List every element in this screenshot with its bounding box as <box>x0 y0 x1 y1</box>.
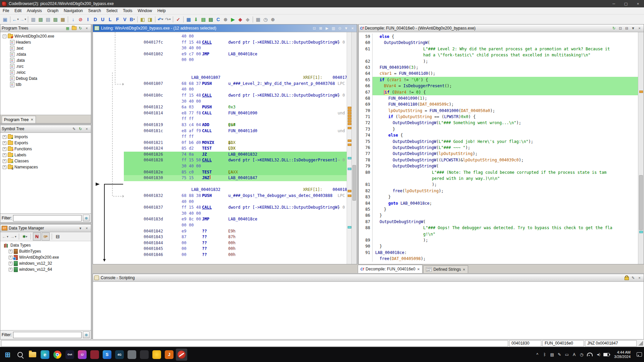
expander-icon[interactable]: + <box>9 256 12 259</box>
skull-app-icon[interactable] <box>139 349 150 361</box>
filter-options-icon[interactable]: ⊕ <box>83 215 90 221</box>
listing-row[interactable]: 0040181ce8 af f9CALLFUN_004011d0und <box>124 128 347 134</box>
decompile-line[interactable]: 61L"### Level 2: Why did the parent proc… <box>359 46 638 52</box>
listing-row[interactable]: 004018126a 03PUSH0x3 <box>124 104 347 110</box>
decompile-line[interactable]: 76OutputDebugStringW(L"### ~~~ "); <box>359 145 638 151</box>
listing-row[interactable]: 00401802e9 c7 00JMPLAB_004018ce <box>124 51 347 57</box>
clear-code-button[interactable]: ⊘ <box>77 16 84 23</box>
expander-icon[interactable]: + <box>9 250 12 253</box>
listing-row[interactable]: 40 00 <box>124 34 347 40</box>
menu-help[interactable]: Help <box>155 8 168 14</box>
close-icon[interactable]: × <box>84 25 90 31</box>
decompile-line[interactable]: 74else { <box>359 132 638 138</box>
close-icon[interactable]: × <box>84 126 90 132</box>
close-button[interactable]: × <box>632 0 644 7</box>
create-struct-button[interactable]: ◧ <box>139 16 146 23</box>
listing-row[interactable]: 30 40 00 <box>124 211 347 217</box>
menu-tools[interactable]: Tools <box>120 8 135 14</box>
memory-map-button[interactable]: ▥ <box>30 16 37 23</box>
section-item-data[interactable]: .data <box>1 57 91 63</box>
letter-u-button[interactable]: U <box>99 16 106 23</box>
close-tab-icon[interactable]: ✕ <box>417 267 420 271</box>
clock-tray-icon[interactable]: ◷ <box>580 352 584 357</box>
keyboard-icon[interactable]: ▭ <box>565 352 569 357</box>
expander-icon[interactable]: + <box>3 159 6 163</box>
open-folder-icon[interactable] <box>71 25 77 31</box>
listing-row[interactable]: 004018210f b6 d0MOVZXEDX,AL <box>124 140 347 146</box>
console-output[interactable] <box>93 282 644 339</box>
decompile-line[interactable]: g!\n" <box>359 231 638 237</box>
close-icon[interactable]: × <box>637 25 642 31</box>
stop-button[interactable]: ◆ <box>237 16 244 23</box>
volume-icon[interactable]: ◄) <box>596 353 600 356</box>
listing-row[interactable]: 0040184400??00h <box>124 240 347 246</box>
close-tab-icon[interactable]: ✕ <box>31 118 33 121</box>
back-button[interactable]: ← <box>12 16 19 23</box>
s-app-icon[interactable]: S <box>101 349 113 361</box>
decompile-line[interactable]: 59else { <box>359 34 638 40</box>
redo-button[interactable]: ↷ <box>164 16 171 23</box>
chrome-icon[interactable] <box>52 349 63 361</box>
archive-item-3[interactable]: +windows_vs12_64 <box>1 266 91 272</box>
decompile-line[interactable]: 87OutputDebugStringW( <box>359 219 638 225</box>
dtm-forward-icon[interactable]: → <box>9 233 17 240</box>
decompile-line[interactable]: 91LAB_004018ce: <box>359 250 638 256</box>
listing-row[interactable]: 00401837ff 15 48CALLdword ptr [->KERNEL3… <box>124 205 347 211</box>
decompile-line[interactable]: 88L"### Oops! The debugger was detected.… <box>359 225 638 231</box>
decompile-line[interactable]: 79OutputDebugStringW( <box>359 163 638 169</box>
listing-row[interactable]: 0040182485 d2TESTEDX,EDX <box>124 146 347 152</box>
export-icon[interactable]: ⊟ <box>624 25 630 31</box>
decompile-line[interactable]: 64cVar1 = FUN_004011d0(); <box>359 70 638 76</box>
diff-view-icon[interactable]: ▥ <box>331 25 336 31</box>
taskbar-clock[interactable]: 4:44 AM 3/28/2024 <box>614 350 631 359</box>
diamond-button[interactable]: ◆ <box>244 16 251 23</box>
4g-app-icon[interactable]: 4G <box>114 349 125 361</box>
listing-row[interactable]: 40 00 <box>124 199 347 205</box>
program-root-item[interactable]: −◤WinAntiDbg0x200.exe <box>1 33 91 39</box>
function-view-button[interactable]: ▨ <box>52 16 59 23</box>
symbol-item-classes[interactable]: +CClasses <box>1 158 91 164</box>
settings-button[interactable]: ⊕ <box>269 16 277 23</box>
symbol-item-functions[interactable]: +fFunctions <box>1 146 91 152</box>
listing-row[interactable]: ff ff <box>124 134 347 140</box>
program-tree-tab[interactable]: Program Tree ✕ <box>2 116 36 123</box>
menu-file[interactable]: File <box>0 8 12 14</box>
decompile-line[interactable]: pered with in any way.)\n\n" <box>359 175 638 182</box>
dtm-back-icon[interactable]: ← <box>1 233 9 240</box>
letter-d-button[interactable]: D <box>92 16 99 23</box>
decompile-line[interactable]: 66BVar4 = IsDebuggerPresent(); <box>359 83 638 89</box>
decompile-line[interactable]: 70lpOutputString = FUN_00401000(DAT_0040… <box>359 108 638 114</box>
expander-icon[interactable]: + <box>3 147 6 151</box>
letter-v-button[interactable]: V <box>121 16 129 23</box>
copy-icon[interactable]: ⊡ <box>311 25 317 31</box>
java-app-icon[interactable]: J <box>163 349 175 361</box>
menu-graph[interactable]: Graph <box>45 8 61 14</box>
decompile-line[interactable]: 82free(lpOutputString); <box>359 188 638 194</box>
decompile-line[interactable]: free(DAT_00405098); <box>359 256 638 262</box>
listing-row[interactable]: 0040184600??00h <box>124 252 347 258</box>
section-item-reloc[interactable]: .reloc <box>1 69 91 75</box>
menu-navigation[interactable]: Navigation <box>61 8 86 14</box>
listing-row[interactable]: 0040183075 15JNZLAB_00401847 <box>124 175 347 181</box>
listing-row[interactable]: 00401814e8 77 f8CALLFUN_00401090und <box>124 110 347 116</box>
data-view-button[interactable]: ▤ <box>44 16 52 23</box>
decompile-line[interactable]: 75OutputDebugStringW(L"### Good job! Her… <box>359 139 638 145</box>
decompile-line[interactable]: 81); <box>359 182 638 188</box>
section-item-rdata[interactable]: .rdata <box>1 51 91 57</box>
decompile-line[interactable]: 71if (lpOutputString == (LPWSTR)0x0) { <box>359 114 638 120</box>
expander-icon[interactable]: + <box>9 268 12 271</box>
decompile-line[interactable]: 90} <box>359 243 638 249</box>
symbol-item-exports[interactable]: +Exports <box>1 140 91 146</box>
snapshot-icon[interactable]: ⊙ <box>337 25 343 31</box>
decompile-line[interactable]: 80L"### (Note: The flag could become cor… <box>359 169 638 175</box>
import-button[interactable]: ⇓ <box>192 16 200 23</box>
pen-icon[interactable]: ✎ <box>557 352 561 357</box>
menu-edit[interactable]: Edit <box>12 8 24 14</box>
symbol-item-imports[interactable]: +▲Imports <box>1 134 91 140</box>
cursor-location-icon[interactable]: ▶ <box>324 25 330 31</box>
wolf-app-icon[interactable] <box>126 349 138 361</box>
tray-chevron-icon[interactable]: ^ <box>535 352 539 357</box>
menu-analysis[interactable]: Analysis <box>24 8 45 14</box>
maximize-button[interactable]: ▢ <box>620 0 632 7</box>
decompile-line[interactable]: 77OutputDebugStringW(lpOutputString); <box>359 151 638 157</box>
